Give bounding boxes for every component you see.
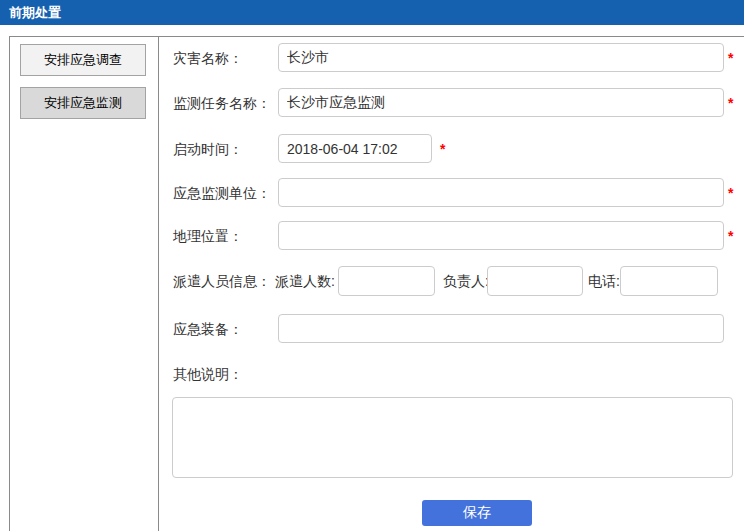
monitor-unit-input[interactable]	[278, 178, 724, 207]
page-header: 前期处置	[0, 0, 744, 25]
dispatch-leader-label: 负责人:	[443, 273, 489, 291]
required-asterisk: *	[728, 185, 733, 201]
required-asterisk: *	[728, 95, 733, 111]
sidebar-button-arrange-survey[interactable]: 安排应急调查	[20, 44, 146, 76]
required-asterisk: *	[440, 141, 445, 157]
dispatch-count-label: 派遣人数:	[275, 273, 335, 291]
dispatch-leader-input[interactable]	[487, 266, 583, 296]
location-input[interactable]	[278, 221, 724, 250]
equipment-label: 应急装备：	[173, 321, 243, 339]
dispatch-count-input[interactable]	[338, 266, 435, 296]
disaster-name-input[interactable]	[278, 43, 724, 72]
task-name-input[interactable]	[278, 88, 724, 117]
start-time-label: 启动时间：	[173, 141, 243, 159]
monitor-unit-label: 应急监测单位：	[173, 185, 271, 203]
task-name-label: 监测任务名称：	[173, 95, 271, 113]
save-button[interactable]: 保存	[422, 500, 532, 526]
page-title: 前期处置	[9, 5, 61, 20]
sidebar-button-arrange-monitoring[interactable]: 安排应急监测	[20, 87, 146, 119]
dispatch-phone-label: 电话:	[588, 273, 620, 291]
start-time-input[interactable]	[278, 134, 432, 163]
notes-textarea[interactable]	[172, 397, 733, 478]
location-label: 地理位置：	[173, 228, 243, 246]
sidebar-divider	[158, 36, 159, 531]
dispatch-info-label: 派遣人员信息：	[173, 273, 271, 291]
required-asterisk: *	[728, 228, 733, 244]
equipment-input[interactable]	[278, 314, 724, 343]
notes-label: 其他说明：	[173, 366, 243, 384]
required-asterisk: *	[728, 50, 733, 66]
dispatch-phone-input[interactable]	[620, 266, 718, 296]
disaster-name-label: 灾害名称：	[173, 50, 243, 68]
